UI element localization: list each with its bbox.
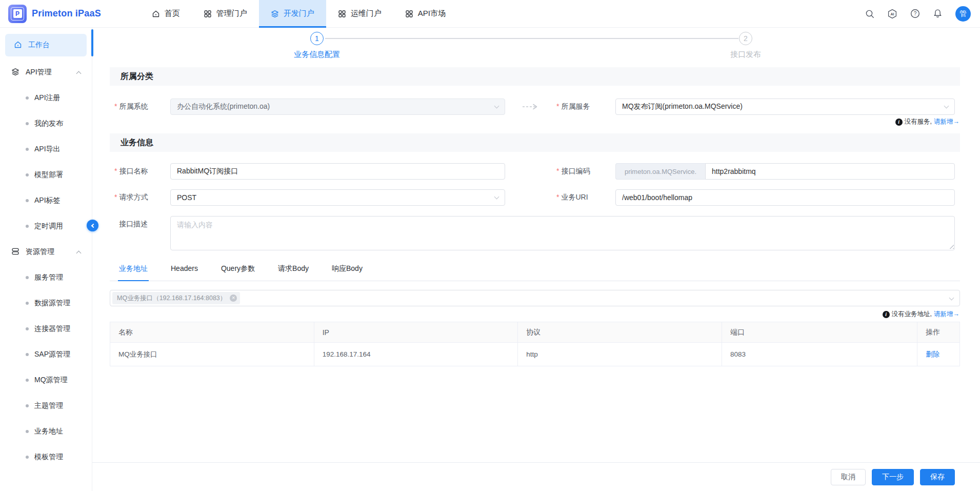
stepper: 1 业务信息配置 2 接口发布 bbox=[92, 28, 980, 67]
sidebar-group-api-management[interactable]: API管理 bbox=[0, 60, 92, 85]
navbar-actions: AI ? 管 bbox=[865, 6, 980, 22]
sidebar-item-api-tags[interactable]: API标签 bbox=[0, 188, 92, 213]
sidebar-item-connector-management[interactable]: 连接器管理 bbox=[0, 316, 92, 342]
nav-item-ops-portal[interactable]: 运维门户 bbox=[326, 0, 393, 28]
detail-tabs: 业务地址 Headers Query参数 请求Body 响应Body bbox=[110, 264, 960, 281]
section-business-header: 业务信息 bbox=[110, 133, 960, 152]
remove-tag-icon[interactable] bbox=[230, 294, 237, 302]
save-button[interactable]: 保存 bbox=[920, 469, 955, 485]
step-api-publish: 2 接口发布 bbox=[694, 32, 797, 60]
layers-icon bbox=[271, 10, 279, 18]
add-address-link[interactable]: 请新增→ bbox=[934, 310, 959, 319]
sidebar-item-template-management[interactable]: 模板管理 bbox=[0, 444, 92, 470]
uri-input[interactable] bbox=[615, 189, 955, 206]
layers-icon bbox=[11, 68, 19, 77]
arrow-right-icon bbox=[505, 103, 556, 111]
sidebar-item-label: API注册 bbox=[34, 93, 61, 103]
grid-icon bbox=[405, 10, 413, 18]
sidebar-item-label: SAP源管理 bbox=[34, 350, 70, 359]
sidebar-item-business-address[interactable]: 业务地址 bbox=[0, 419, 92, 444]
hint-text: 没有服务, bbox=[905, 117, 932, 126]
address-tag: MQ业务接口（192.168.17.164:8083） bbox=[112, 292, 240, 304]
system-select[interactable]: 办公自动化系统(primeton.oa) bbox=[170, 99, 505, 115]
cancel-button[interactable]: 取消 bbox=[831, 469, 866, 485]
tab-response-body[interactable]: 响应Body bbox=[331, 264, 364, 281]
business-row-2: 请求方式 POST 业务URI bbox=[110, 180, 960, 206]
top-navbar: P Primeton iPaaS 首页 管理门户 开发门户 运维门户 API市场… bbox=[0, 0, 980, 28]
sidebar-item-service-management[interactable]: 服务管理 bbox=[0, 265, 92, 290]
help-icon[interactable]: ? bbox=[910, 9, 920, 18]
sidebar-item-workbench[interactable]: 工作台 bbox=[5, 34, 87, 56]
stepper-connector bbox=[325, 38, 738, 39]
sidebar-collapse-button[interactable] bbox=[87, 220, 98, 231]
add-service-link[interactable]: 请新增→ bbox=[934, 117, 959, 126]
api-name-input[interactable] bbox=[170, 163, 505, 180]
section-category-header: 所属分类 bbox=[110, 67, 960, 86]
sidebar-item-api-register[interactable]: API注册 bbox=[0, 85, 92, 111]
bullet-icon bbox=[26, 456, 29, 459]
info-icon bbox=[883, 311, 890, 318]
method-select-value: POST bbox=[177, 193, 196, 202]
tab-request-body[interactable]: 请求Body bbox=[277, 264, 310, 281]
grid-icon bbox=[204, 10, 212, 18]
service-select[interactable]: MQ发布订阅(primeton.oa.MQService) bbox=[615, 99, 955, 115]
sidebar-item-label: 我的发布 bbox=[34, 119, 63, 128]
service-select-value: MQ发布订阅(primeton.oa.MQService) bbox=[622, 102, 743, 111]
brand[interactable]: P Primeton iPaaS bbox=[0, 5, 101, 23]
bullet-icon bbox=[26, 430, 29, 433]
cell-port: 8083 bbox=[722, 343, 917, 366]
svg-text:?: ? bbox=[914, 11, 917, 16]
ai-assistant-icon[interactable]: AI bbox=[887, 9, 897, 19]
business-address-select[interactable]: MQ业务接口（192.168.17.164:8083） bbox=[110, 290, 960, 306]
sidebar-item-label: API标签 bbox=[34, 196, 61, 205]
nav-item-api-market[interactable]: API市场 bbox=[393, 0, 457, 28]
user-avatar[interactable]: 管 bbox=[955, 6, 971, 22]
bullet-icon bbox=[26, 148, 29, 151]
api-code-input[interactable] bbox=[705, 163, 955, 180]
chevron-down-icon bbox=[494, 104, 499, 109]
column-header-action: 操作 bbox=[917, 322, 960, 343]
sidebar-item-sap-source-management[interactable]: SAP源管理 bbox=[0, 342, 92, 367]
address-tag-label: MQ业务接口（192.168.17.164:8083） bbox=[117, 294, 226, 303]
section-title: 业务信息 bbox=[121, 138, 153, 148]
method-select[interactable]: POST bbox=[170, 189, 505, 206]
main-content: 1 业务信息配置 2 接口发布 所属分类 所属系统 办公自动化系统(primet… bbox=[92, 28, 980, 491]
search-icon[interactable] bbox=[865, 9, 874, 18]
description-textarea[interactable] bbox=[170, 216, 955, 250]
logo-letter: P bbox=[13, 9, 22, 18]
sidebar-item-label: 主题管理 bbox=[34, 401, 63, 410]
sidebar-item-scheduled-call[interactable]: 定时调用 bbox=[0, 213, 92, 239]
notification-bell-icon[interactable] bbox=[933, 9, 943, 18]
sidebar-item-my-publish[interactable]: 我的发布 bbox=[0, 111, 92, 136]
next-step-button[interactable]: 下一步 bbox=[872, 469, 914, 485]
nav-item-admin-portal[interactable]: 管理门户 bbox=[192, 0, 259, 28]
bullet-icon bbox=[26, 122, 29, 125]
bullet-icon bbox=[26, 173, 29, 176]
nav-item-dev-portal[interactable]: 开发门户 bbox=[259, 0, 326, 28]
api-code-label: 接口编码 bbox=[556, 167, 615, 176]
tab-query-params[interactable]: Query参数 bbox=[220, 264, 256, 281]
sidebar-scrollbar-thumb[interactable] bbox=[91, 29, 93, 56]
step-number: 1 bbox=[310, 32, 324, 45]
column-header-port: 端口 bbox=[722, 322, 917, 343]
sidebar-item-topic-management[interactable]: 主题管理 bbox=[0, 393, 92, 419]
system-label: 所属系统 bbox=[114, 102, 170, 111]
sidebar-item-api-export[interactable]: API导出 bbox=[0, 136, 92, 162]
nav-item-home[interactable]: 首页 bbox=[140, 0, 192, 28]
uri-label: 业务URI bbox=[556, 193, 615, 202]
sidebar-item-label: 工作台 bbox=[28, 41, 50, 50]
sidebar-group-label: API管理 bbox=[26, 68, 52, 77]
tab-headers[interactable]: Headers bbox=[170, 264, 199, 281]
bullet-icon bbox=[26, 302, 29, 305]
sidebar-item-datasource-management[interactable]: 数据源管理 bbox=[0, 290, 92, 316]
delete-row-link[interactable]: 删除 bbox=[926, 350, 939, 358]
sidebar-group-resource-management[interactable]: 资源管理 bbox=[0, 239, 92, 265]
step-business-info: 1 业务信息配置 bbox=[266, 32, 368, 60]
api-name-label: 接口名称 bbox=[114, 167, 170, 176]
sidebar-group-label: 资源管理 bbox=[26, 247, 54, 257]
system-select-value: 办公自动化系统(primeton.oa) bbox=[177, 102, 270, 111]
tab-business-address[interactable]: 业务地址 bbox=[118, 264, 149, 281]
sidebar: 工作台 API管理 API注册 我的发布 API导出 模型部署 API标签 定时… bbox=[0, 28, 92, 491]
sidebar-item-model-deploy[interactable]: 模型部署 bbox=[0, 162, 92, 188]
sidebar-item-mq-source-management[interactable]: MQ源管理 bbox=[0, 367, 92, 393]
